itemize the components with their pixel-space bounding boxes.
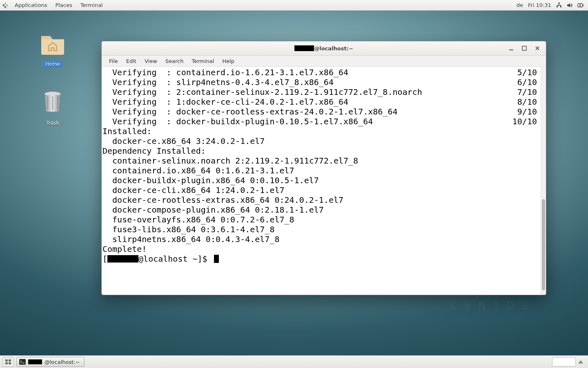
wallpaper-watermark: CENTOS	[450, 300, 535, 312]
terminal-window: @localhost:~ File Edit View Search Termi…	[101, 41, 546, 295]
system-tray: de Fri 10:31	[517, 2, 586, 8]
terminal-cursor	[214, 255, 219, 263]
terminal-body[interactable]: Verifying : containerd.io-1.6.21-3.1.el7…	[102, 67, 546, 295]
window-close-button[interactable]	[535, 45, 540, 51]
network-icon[interactable]	[556, 2, 562, 8]
redacted-username	[294, 45, 314, 51]
terminal-menu-file[interactable]: File	[105, 58, 122, 64]
svg-rect-11	[522, 46, 526, 50]
battery-icon[interactable]	[577, 2, 584, 8]
svg-rect-16	[19, 359, 26, 365]
desktop-icon-trash-label: Trash	[44, 120, 62, 126]
terminal-menu-edit[interactable]: Edit	[122, 58, 140, 64]
window-title: @localhost:~	[102, 45, 546, 52]
clock[interactable]: Fri 10:31	[528, 2, 551, 8]
svg-rect-3	[4, 6, 7, 8]
panel-indicator[interactable]	[552, 357, 576, 366]
svg-rect-15	[9, 362, 11, 364]
redacted-username	[28, 359, 42, 364]
menu-terminal[interactable]: Terminal	[76, 0, 107, 10]
panel-overflow-icon[interactable]	[578, 360, 583, 364]
workspace-switcher[interactable]	[2, 357, 14, 367]
taskbar-item-terminal[interactable]: @localhost:~	[16, 357, 85, 367]
desktop-icon-trash[interactable]: Trash	[34, 88, 71, 126]
svg-rect-4	[559, 2, 560, 4]
menu-places[interactable]: Places	[51, 0, 76, 10]
svg-rect-0	[4, 2, 7, 5]
terminal-menubar: File Edit View Search Terminal Help	[102, 56, 546, 67]
desktop-icon-home[interactable]: Home	[34, 27, 71, 67]
desktop: Applications Places Terminal de Fri 10:3…	[0, 0, 588, 368]
distro-logo-icon	[2, 2, 8, 8]
scrollbar-thumb[interactable]	[542, 199, 545, 290]
scrollbar-vertical[interactable]	[541, 67, 546, 295]
svg-rect-2	[2, 4, 5, 7]
svg-rect-1	[6, 4, 8, 7]
svg-rect-10	[509, 49, 513, 50]
svg-rect-14	[5, 362, 8, 364]
terminal-menu-search[interactable]: Search	[161, 58, 188, 64]
terminal-icon	[19, 359, 26, 365]
desktop-icon-home-label: Home	[43, 61, 62, 67]
svg-rect-5	[557, 6, 558, 7]
svg-rect-12	[5, 359, 8, 361]
volume-icon[interactable]	[567, 2, 572, 8]
svg-rect-8	[583, 4, 584, 6]
terminal-output: Verifying : containerd.io-1.6.21-3.1.el7…	[102, 67, 540, 295]
top-panel: Applications Places Terminal de Fri 10:3…	[0, 0, 588, 11]
window-titlebar[interactable]: @localhost:~	[102, 41, 546, 56]
folder-home-icon	[37, 27, 68, 58]
svg-rect-6	[560, 6, 561, 7]
taskbar-item-label: @localhost:~	[45, 359, 80, 365]
keyboard-layout-indicator[interactable]: de	[517, 2, 523, 8]
menu-applications[interactable]: Applications	[11, 0, 51, 10]
window-maximize-button[interactable]	[521, 45, 527, 51]
window-minimize-button[interactable]	[508, 45, 514, 51]
trash-icon	[38, 88, 67, 117]
bottom-panel: @localhost:~	[0, 355, 588, 368]
redacted-username	[107, 255, 138, 263]
terminal-menu-terminal[interactable]: Terminal	[187, 58, 218, 64]
terminal-menu-view[interactable]: View	[140, 58, 161, 64]
terminal-menu-help[interactable]: Help	[218, 58, 238, 64]
svg-rect-13	[9, 359, 11, 361]
